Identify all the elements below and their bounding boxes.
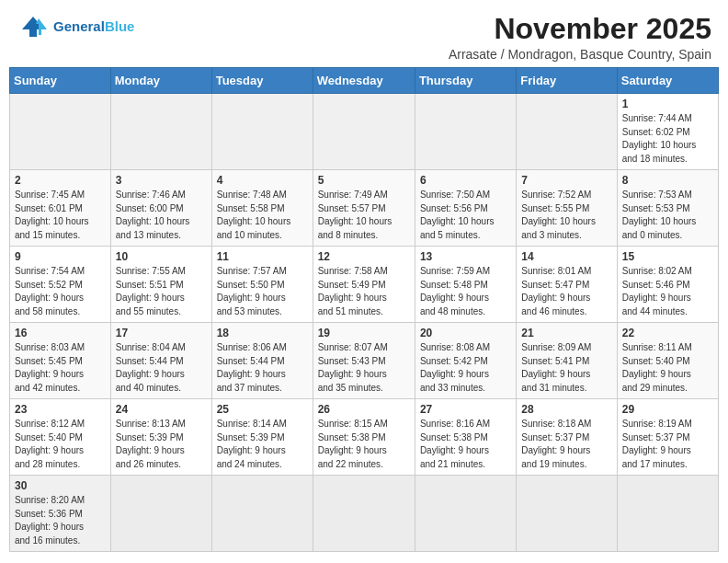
calendar-day <box>110 476 211 552</box>
day-info: Sunrise: 8:02 AM Sunset: 5:46 PM Dayligh… <box>622 265 713 318</box>
day-number: 2 <box>15 174 106 187</box>
calendar-day: 20Sunrise: 8:08 AM Sunset: 5:42 PM Dayli… <box>415 323 516 399</box>
calendar-body: 1Sunrise: 7:44 AM Sunset: 6:02 PM Daylig… <box>10 94 719 552</box>
calendar-day: 3Sunrise: 7:46 AM Sunset: 6:00 PM Daylig… <box>110 170 211 247</box>
day-info: Sunrise: 7:46 AM Sunset: 6:00 PM Dayligh… <box>116 189 207 242</box>
calendar-week-1: 1Sunrise: 7:44 AM Sunset: 6:02 PM Daylig… <box>10 94 719 170</box>
day-info: Sunrise: 8:06 AM Sunset: 5:44 PM Dayligh… <box>217 341 308 395</box>
day-number: 11 <box>217 250 308 263</box>
day-info: Sunrise: 8:20 AM Sunset: 5:36 PM Dayligh… <box>15 494 106 547</box>
day-number: 10 <box>116 250 207 263</box>
day-info: Sunrise: 7:57 AM Sunset: 5:50 PM Dayligh… <box>217 265 308 318</box>
calendar-title: November 2025 <box>449 13 711 45</box>
calendar-day: 22Sunrise: 8:11 AM Sunset: 5:40 PM Dayli… <box>617 323 718 399</box>
day-info: Sunrise: 8:12 AM Sunset: 5:40 PM Dayligh… <box>15 418 106 471</box>
calendar-week-4: 16Sunrise: 8:03 AM Sunset: 5:45 PM Dayli… <box>10 323 719 399</box>
calendar-day: 19Sunrise: 8:07 AM Sunset: 5:43 PM Dayli… <box>313 323 415 399</box>
calendar-header: SundayMondayTuesdayWednesdayThursdayFrid… <box>10 68 719 94</box>
day-number: 14 <box>521 250 611 263</box>
calendar-day: 23Sunrise: 8:12 AM Sunset: 5:40 PM Dayli… <box>10 399 111 476</box>
day-info: Sunrise: 7:50 AM Sunset: 5:56 PM Dayligh… <box>420 189 511 242</box>
day-info: Sunrise: 7:54 AM Sunset: 5:52 PM Dayligh… <box>15 265 106 318</box>
calendar-day: 15Sunrise: 8:02 AM Sunset: 5:46 PM Dayli… <box>617 247 718 323</box>
day-info: Sunrise: 8:16 AM Sunset: 5:38 PM Dayligh… <box>420 418 511 471</box>
day-number: 16 <box>15 327 106 339</box>
col-header-thursday: Thursday <box>415 68 516 94</box>
day-info: Sunrise: 7:45 AM Sunset: 6:01 PM Dayligh… <box>15 189 106 242</box>
calendar-day <box>211 94 313 170</box>
calendar-week-3: 9Sunrise: 7:54 AM Sunset: 5:52 PM Daylig… <box>10 247 719 323</box>
calendar-day <box>617 476 718 552</box>
calendar-day: 29Sunrise: 8:19 AM Sunset: 5:37 PM Dayli… <box>617 399 718 476</box>
calendar-day: 14Sunrise: 8:01 AM Sunset: 5:47 PM Dayli… <box>517 247 617 323</box>
calendar-day: 13Sunrise: 7:59 AM Sunset: 5:48 PM Dayli… <box>415 247 516 323</box>
day-info: Sunrise: 7:49 AM Sunset: 5:57 PM Dayligh… <box>318 189 410 242</box>
calendar-day: 10Sunrise: 7:55 AM Sunset: 5:51 PM Dayli… <box>110 247 211 323</box>
day-info: Sunrise: 7:59 AM Sunset: 5:48 PM Dayligh… <box>420 265 511 318</box>
day-info: Sunrise: 7:55 AM Sunset: 5:51 PM Dayligh… <box>116 265 207 318</box>
day-info: Sunrise: 8:11 AM Sunset: 5:40 PM Dayligh… <box>622 341 713 395</box>
day-info: Sunrise: 7:44 AM Sunset: 6:02 PM Dayligh… <box>622 112 713 166</box>
day-number: 7 <box>521 174 611 187</box>
day-number: 30 <box>15 479 106 492</box>
col-header-friday: Friday <box>517 68 617 94</box>
day-info: Sunrise: 8:14 AM Sunset: 5:39 PM Dayligh… <box>217 418 308 471</box>
calendar-day: 28Sunrise: 8:18 AM Sunset: 5:37 PM Dayli… <box>517 399 617 476</box>
day-number: 17 <box>116 327 207 339</box>
day-info: Sunrise: 7:53 AM Sunset: 5:53 PM Dayligh… <box>622 189 713 242</box>
col-header-saturday: Saturday <box>617 68 718 94</box>
calendar-day: 12Sunrise: 7:58 AM Sunset: 5:49 PM Dayli… <box>313 247 415 323</box>
day-info: Sunrise: 8:04 AM Sunset: 5:44 PM Dayligh… <box>116 341 207 395</box>
logo-text: GeneralBlue <box>53 19 134 35</box>
calendar-week-5: 23Sunrise: 8:12 AM Sunset: 5:40 PM Dayli… <box>10 399 719 476</box>
day-info: Sunrise: 8:18 AM Sunset: 5:37 PM Dayligh… <box>521 418 611 471</box>
day-number: 8 <box>622 174 713 187</box>
day-number: 24 <box>116 403 207 416</box>
calendar-day: 24Sunrise: 8:13 AM Sunset: 5:39 PM Dayli… <box>110 399 211 476</box>
day-number: 23 <box>15 403 106 416</box>
day-number: 29 <box>622 403 713 416</box>
calendar-day: 17Sunrise: 8:04 AM Sunset: 5:44 PM Dayli… <box>110 323 211 399</box>
day-number: 12 <box>318 250 410 263</box>
day-number: 5 <box>318 174 410 187</box>
day-number: 22 <box>622 327 713 339</box>
calendar-day: 5Sunrise: 7:49 AM Sunset: 5:57 PM Daylig… <box>313 170 415 247</box>
col-header-sunday: Sunday <box>10 68 111 94</box>
day-number: 18 <box>217 327 308 339</box>
calendar-day: 6Sunrise: 7:50 AM Sunset: 5:56 PM Daylig… <box>415 170 516 247</box>
calendar-day: 7Sunrise: 7:52 AM Sunset: 5:55 PM Daylig… <box>517 170 617 247</box>
day-info: Sunrise: 8:03 AM Sunset: 5:45 PM Dayligh… <box>15 341 106 395</box>
calendar-day: 21Sunrise: 8:09 AM Sunset: 5:41 PM Dayli… <box>517 323 617 399</box>
calendar-day: 8Sunrise: 7:53 AM Sunset: 5:53 PM Daylig… <box>617 170 718 247</box>
day-number: 20 <box>420 327 511 339</box>
calendar-day: 25Sunrise: 8:14 AM Sunset: 5:39 PM Dayli… <box>211 399 313 476</box>
day-info: Sunrise: 8:19 AM Sunset: 5:37 PM Dayligh… <box>622 418 713 471</box>
day-number: 27 <box>420 403 511 416</box>
calendar-day <box>313 476 415 552</box>
day-info: Sunrise: 8:15 AM Sunset: 5:38 PM Dayligh… <box>318 418 410 471</box>
calendar-day: 4Sunrise: 7:48 AM Sunset: 5:58 PM Daylig… <box>211 170 313 247</box>
day-number: 19 <box>318 327 410 339</box>
day-info: Sunrise: 7:48 AM Sunset: 5:58 PM Dayligh… <box>217 189 308 242</box>
calendar-day: 18Sunrise: 8:06 AM Sunset: 5:44 PM Dayli… <box>211 323 313 399</box>
day-number: 21 <box>521 327 611 339</box>
calendar-day: 1Sunrise: 7:44 AM Sunset: 6:02 PM Daylig… <box>617 94 718 170</box>
day-number: 6 <box>420 174 511 187</box>
header-row: SundayMondayTuesdayWednesdayThursdayFrid… <box>10 68 719 94</box>
calendar-day <box>517 94 617 170</box>
col-header-monday: Monday <box>110 68 211 94</box>
day-info: Sunrise: 8:01 AM Sunset: 5:47 PM Dayligh… <box>521 265 611 318</box>
calendar-day: 9Sunrise: 7:54 AM Sunset: 5:52 PM Daylig… <box>10 247 111 323</box>
calendar-day <box>110 94 211 170</box>
day-number: 25 <box>217 403 308 416</box>
calendar-day <box>415 476 516 552</box>
logo-general: General <box>53 18 105 34</box>
day-number: 9 <box>15 250 106 263</box>
col-header-tuesday: Tuesday <box>211 68 313 94</box>
calendar-day <box>415 94 516 170</box>
col-header-wednesday: Wednesday <box>313 68 415 94</box>
page: GeneralBlue November 2025 Arrasate / Mon… <box>0 0 728 561</box>
calendar-day: 11Sunrise: 7:57 AM Sunset: 5:50 PM Dayli… <box>211 247 313 323</box>
logo-icon <box>17 13 50 40</box>
calendar-day: 27Sunrise: 8:16 AM Sunset: 5:38 PM Dayli… <box>415 399 516 476</box>
